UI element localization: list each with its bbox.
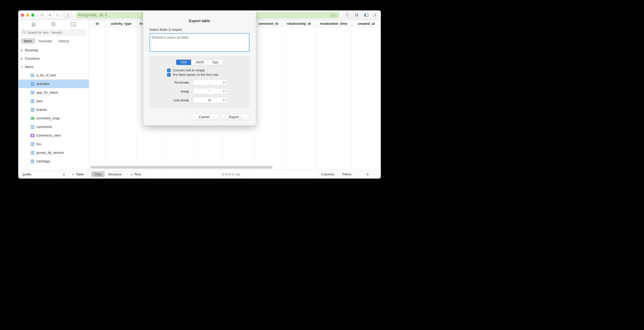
svg-rect-11 (357, 15, 358, 16)
column-header[interactable]: relationship_id (282, 20, 315, 27)
table-icon (31, 82, 34, 85)
data-tab[interactable]: Data (91, 172, 105, 177)
filters-button[interactable]: Filters (339, 171, 354, 178)
grid-icon[interactable] (353, 12, 361, 18)
table-item[interactable]: goose_db_version (18, 148, 89, 157)
table-item[interactable]: bars (18, 97, 89, 105)
table-item[interactable]: foo (18, 140, 89, 148)
checkbox-field-names[interactable]: ✓ Put field names in the first row (167, 73, 245, 77)
zoom-window-button[interactable] (31, 14, 34, 17)
search-input[interactable] (21, 29, 86, 36)
eye-icon[interactable] (46, 12, 54, 18)
columns-button[interactable]: Columns (318, 171, 337, 178)
table-icon (31, 151, 34, 154)
lock-icon[interactable] (64, 12, 72, 18)
column-header[interactable]: id (89, 20, 106, 27)
format-csv[interactable]: CSV (176, 60, 191, 65)
pager: ‹ › (356, 171, 379, 178)
sidebar: SQL Items Favorites History ▶Recently ▶F… (18, 20, 89, 179)
chevron-updown-icon: ▴▾ (223, 81, 225, 84)
table-icon (31, 125, 34, 129)
tree-group-recently[interactable]: ▶Recently (18, 46, 89, 54)
chevron-updown-icon: ▴▾ (63, 173, 65, 176)
modal-title: Export table (149, 19, 250, 23)
pane-right-icon[interactable] (370, 12, 378, 18)
svg-line-29 (368, 173, 368, 173)
list-icon[interactable] (54, 12, 62, 18)
table-icon (31, 91, 34, 94)
svg-point-20 (23, 31, 25, 33)
horizontal-scrollbar[interactable] (90, 166, 380, 169)
cancel-button[interactable]: Cancel (190, 114, 218, 120)
table-item[interactable]: comments_view (18, 131, 89, 140)
structure-tab[interactable]: Structure (105, 172, 125, 177)
table-item[interactable]: app_for_leave (18, 88, 89, 97)
sidebar-tree: ▶Recently ▶Functions ▼Items a_lot_of_tex… (18, 45, 89, 170)
sidebar-bottom: public ▴▾ ＋ Table (18, 170, 89, 179)
export-button[interactable]: Export... (221, 114, 250, 120)
table-icon (31, 74, 34, 77)
stop-icon[interactable] (38, 12, 46, 18)
prev-page-button[interactable]: ‹ (357, 172, 364, 177)
svg-rect-13 (364, 14, 366, 16)
refresh-icon[interactable] (343, 12, 351, 18)
view-icon (31, 134, 34, 137)
checkbox-icon: ✓ (167, 69, 171, 72)
fields-textarea[interactable] (149, 33, 250, 52)
add-table-button[interactable]: ＋ Table (68, 171, 87, 178)
tab-history[interactable]: History (55, 38, 72, 44)
column-header[interactable]: activity_type (106, 20, 137, 27)
table-item[interactable]: activities (18, 80, 89, 88)
table-item[interactable]: hashtags (18, 157, 89, 166)
svg-point-22 (367, 174, 368, 175)
format-sql[interactable]: SQL (208, 60, 223, 65)
gear-icon[interactable] (364, 172, 371, 177)
table-item[interactable]: a_lot_of_text (18, 71, 89, 80)
terminate-select[interactable]: , ▴▾ (193, 79, 226, 85)
minimize-window-button[interactable] (26, 14, 29, 17)
checkbox-icon: ✓ (167, 73, 171, 77)
svg-point-17 (52, 22, 55, 23)
connection-label: PostgreSQL 10.3 (78, 13, 106, 17)
toolbar-pane-toggle (362, 12, 378, 18)
add-row-button[interactable]: ＋ Row (127, 171, 144, 178)
linebreak-select[interactable]: \n ▴▾ (193, 97, 226, 103)
linebreak-label: Line break (154, 98, 193, 102)
toolbar-right (343, 12, 378, 18)
export-options: CSV JSON SQL ✓ Convert null to empty ✓ P… (149, 56, 250, 108)
window-controls (21, 14, 34, 17)
svg-line-28 (368, 175, 368, 175)
schema-select[interactable]: public ▴▾ (20, 171, 66, 178)
format-json[interactable]: JSON (191, 60, 208, 65)
pane-left-icon[interactable] (362, 12, 370, 18)
tree-group-items[interactable]: ▼Items (18, 63, 89, 71)
sidebar-mode-icons: SQL (18, 20, 89, 28)
chevron-updown-icon: ▴▾ (223, 90, 225, 93)
svg-point-3 (49, 15, 50, 16)
table-item[interactable]: brands (18, 105, 89, 114)
column-header[interactable]: moderation_time (315, 20, 352, 27)
svg-rect-9 (357, 13, 358, 15)
close-window-button[interactable] (21, 14, 24, 17)
plus-icon: ＋ (130, 172, 133, 177)
terminate-label: Terminate (154, 81, 193, 84)
swap-select[interactable]: " ▴▾ (193, 88, 226, 94)
svg-rect-10 (355, 15, 356, 16)
table-item[interactable]: comment_snap (18, 114, 89, 123)
toolbar-group-left (38, 12, 62, 18)
export-table-modal: Export table Select fields to export CSV… (143, 10, 256, 126)
next-page-button[interactable]: › (371, 172, 378, 177)
table-item[interactable]: comments (18, 123, 89, 131)
database-icon[interactable] (51, 22, 55, 27)
column-header[interactable]: comment_id (254, 20, 282, 27)
plug-icon[interactable] (31, 22, 36, 27)
tab-favorites[interactable]: Favorites (35, 38, 55, 44)
column-header[interactable]: created_at (352, 20, 381, 27)
sql-icon[interactable]: SQL (71, 22, 76, 27)
table-icon (31, 160, 34, 163)
checkbox-convert-null[interactable]: ✓ Convert null to empty (167, 68, 245, 72)
svg-rect-15 (375, 14, 376, 16)
tree-group-functions[interactable]: ▶Functions (18, 54, 89, 63)
tab-items[interactable]: Items (21, 38, 35, 44)
sidebar-tabs: Items Favorites History (18, 37, 89, 45)
